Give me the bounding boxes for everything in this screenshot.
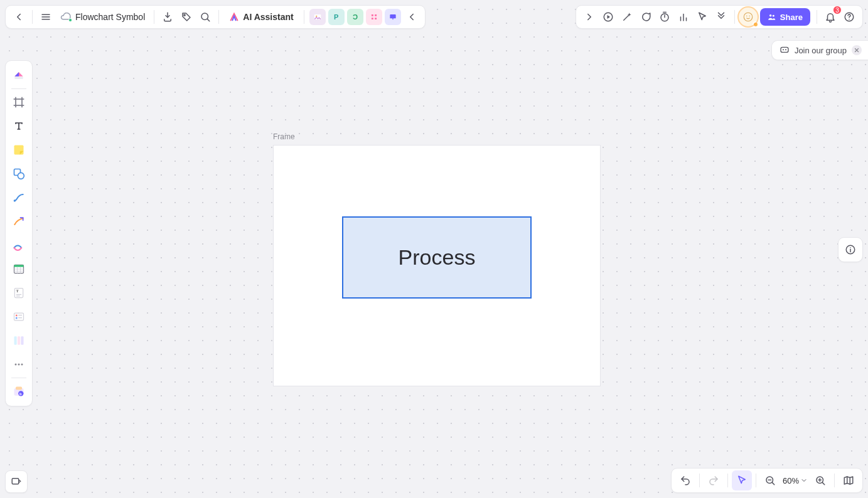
comment-button[interactable] (636, 8, 655, 26)
divider (154, 10, 154, 24)
undo-button[interactable] (675, 470, 695, 490)
svg-point-28 (849, 19, 850, 20)
document-title[interactable]: Flowchart Symbol (55, 12, 150, 22)
divider (817, 10, 817, 24)
text-tool[interactable] (8, 115, 29, 137)
menu-button[interactable] (36, 8, 55, 26)
svg-line-5 (208, 19, 210, 21)
redo-button[interactable] (704, 470, 724, 490)
more-tools-button[interactable] (712, 8, 731, 26)
user-avatar[interactable] (739, 8, 758, 26)
svg-point-31 (785, 49, 786, 50)
connector-tool[interactable] (8, 187, 29, 208)
svg-text:b: b (19, 392, 22, 396)
svg-point-24 (749, 16, 750, 17)
pen-tool[interactable] (8, 211, 29, 232)
apps-tool[interactable]: b (8, 381, 29, 402)
info-button[interactable] (838, 237, 863, 262)
side-tool-panel: T b (5, 60, 33, 406)
svg-rect-58 (14, 313, 24, 321)
document-title-text: Flowchart Symbol (75, 12, 145, 22)
present-button[interactable] (599, 8, 618, 26)
svg-rect-70 (16, 387, 22, 390)
vote-button[interactable] (674, 8, 693, 26)
select-cursor-button[interactable] (732, 470, 752, 490)
doc-tool[interactable]: T (8, 282, 29, 304)
svg-rect-73 (12, 479, 19, 484)
pointer-tool-button[interactable] (693, 8, 712, 26)
svg-point-22 (744, 13, 753, 21)
join-group-close[interactable] (852, 45, 862, 55)
notifications-button[interactable]: 3 (821, 8, 840, 26)
zoom-level-text: 60% (783, 476, 799, 485)
effects-button[interactable] (618, 8, 636, 26)
collab-app-sq-p[interactable]: P (328, 9, 345, 25)
chevron-down-icon (800, 477, 808, 484)
ai-assistant-button[interactable]: AI Assistant (223, 8, 299, 26)
help-button[interactable] (840, 8, 859, 26)
svg-point-36 (850, 247, 851, 248)
tag-button[interactable] (177, 8, 196, 26)
highlighter-tool[interactable] (8, 235, 29, 256)
sticky-note-tool[interactable] (8, 139, 29, 161)
timer-button[interactable] (655, 8, 674, 26)
svg-rect-29 (781, 47, 788, 52)
shape-tool[interactable] (8, 163, 29, 184)
minimap-button[interactable] (839, 470, 859, 490)
svg-marker-38 (14, 72, 19, 77)
cloud-sync-icon (60, 13, 72, 21)
svg-rect-49 (14, 265, 24, 267)
collab-app-sq-c[interactable]: C (347, 9, 363, 25)
topbar-left: Flowchart Symbol AI Assistant PC (5, 5, 426, 29)
collab-app-sq-chat[interactable] (385, 9, 401, 25)
collab-app-sq-image[interactable] (309, 9, 326, 25)
divider (756, 474, 756, 487)
collab-app-sq-grid[interactable] (366, 9, 382, 25)
topbar-right: Share 3 (576, 5, 863, 29)
kanban-tool[interactable] (8, 330, 29, 351)
process-shape-text: Process (399, 245, 476, 270)
svg-text:T: T (16, 289, 19, 293)
frame-tool[interactable] (8, 92, 29, 113)
svg-line-75 (772, 482, 774, 484)
table-tool[interactable] (8, 258, 29, 280)
frame-label[interactable]: Frame (273, 132, 295, 141)
svg-point-30 (783, 49, 784, 50)
bottom-toolbar: 60% (671, 468, 863, 493)
svg-rect-65 (21, 336, 23, 344)
image-icon (313, 13, 322, 21)
grid-icon (370, 13, 378, 21)
svg-rect-63 (14, 336, 17, 344)
collab-apps-row: PC (308, 9, 402, 25)
divider (834, 474, 835, 487)
svg-point-23 (746, 16, 747, 17)
zoom-level[interactable]: 60% (780, 476, 810, 485)
collab-app-letter: C (353, 13, 358, 21)
join-group-label: Join our group (795, 46, 847, 55)
more-tool[interactable] (8, 354, 29, 375)
back-button[interactable] (9, 8, 28, 26)
pages-panel-button[interactable] (5, 470, 28, 493)
svg-rect-9 (375, 14, 377, 16)
logo-tool[interactable] (8, 65, 29, 86)
svg-rect-39 (14, 77, 23, 79)
svg-point-68 (21, 364, 23, 366)
svg-rect-59 (16, 315, 18, 317)
svg-point-46 (18, 172, 24, 179)
import-button[interactable] (158, 8, 177, 26)
card-tool[interactable] (8, 306, 29, 327)
share-button[interactable]: Share (760, 8, 810, 26)
expand-tools-button[interactable] (580, 8, 599, 26)
zoom-out-button[interactable] (760, 470, 780, 490)
join-group-pill[interactable]: Join our group (771, 40, 868, 60)
search-button[interactable] (196, 8, 215, 26)
svg-marker-15 (607, 15, 610, 19)
zoom-in-button[interactable] (810, 470, 830, 490)
divider (11, 88, 26, 89)
svg-point-66 (15, 364, 17, 366)
collapse-apps-button[interactable] (402, 8, 421, 26)
svg-rect-11 (375, 18, 377, 19)
process-shape[interactable]: Process (342, 216, 532, 299)
divider (11, 378, 26, 378)
chat-icon (388, 13, 397, 21)
